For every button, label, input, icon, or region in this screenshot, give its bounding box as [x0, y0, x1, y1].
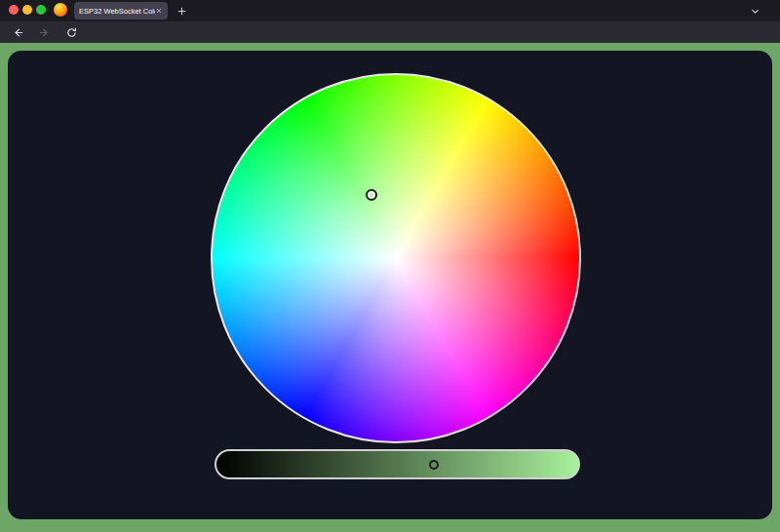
- list-all-tabs-chevron-icon[interactable]: [747, 3, 762, 19]
- brightness-slider[interactable]: [214, 449, 580, 479]
- minimize-window-button[interactable]: [22, 5, 32, 15]
- tab-title: ESP32 WebSocket Color Picker: [79, 7, 155, 16]
- firefox-logo-icon: [54, 3, 67, 17]
- zoom-window-button[interactable]: [36, 5, 46, 15]
- back-button[interactable]: [10, 24, 25, 40]
- browser-window: ESP32 WebSocket Color Picker: [0, 0, 780, 532]
- reload-button[interactable]: [63, 24, 79, 40]
- tab-esp32-color-picker[interactable]: ESP32 WebSocket Color Picker: [74, 2, 168, 19]
- tab-close-icon[interactable]: [155, 7, 163, 15]
- brightness-slider-handle[interactable]: [429, 460, 439, 470]
- color-wheel-selector-marker[interactable]: [366, 189, 377, 201]
- color-picker-panel: [8, 51, 772, 519]
- window-controls: [9, 5, 46, 15]
- new-tab-button[interactable]: [174, 3, 189, 19]
- hue-saturation-color-wheel[interactable]: [211, 73, 581, 443]
- close-window-button[interactable]: [9, 5, 19, 15]
- tab-bar: ESP32 WebSocket Color Picker: [0, 0, 780, 21]
- page-content: [0, 43, 780, 532]
- forward-button[interactable]: [36, 24, 52, 40]
- navigation-toolbar: 192.168.129.8: [0, 21, 780, 43]
